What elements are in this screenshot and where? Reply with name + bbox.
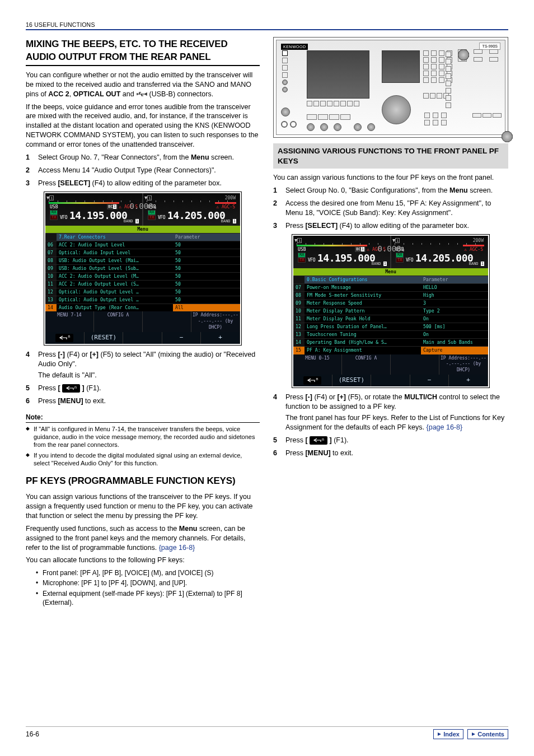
page-footer: 16-6 Index Contents [26,726,508,739]
brand-label: KENWOOD [281,44,308,50]
header-rule [26,29,508,30]
bullet-item: Front panel: [PF A], [PF B], [VOICE] (M)… [36,568,260,577]
step-number: 6 [273,449,285,458]
transceiver-figure: KENWOOD TS-990S [273,37,508,138]
running-header: 16 USEFUL FUNCTIONS [26,21,508,28]
steps-list-2: 4Press [-] (F4) or [+] (F5) to select "A… [26,350,260,405]
menu-back-icon: n [55,334,73,343]
steps-list-1: 1Select Group No. 7, "Rear Connectors", … [26,153,260,188]
play-icon [471,732,476,736]
menu-back-icon: n [62,384,80,393]
right-steps-1: 1Select Group No. 0, "Basic Configuratio… [273,186,508,231]
step-number: 4 [26,350,38,380]
page-link-16-8[interactable]: {page 16-8} [159,544,195,552]
note-item: If "All" is configured in Menu 7-14, the… [26,425,260,449]
main-screen [307,50,369,99]
pf-para-1: You can assign various functions of the … [26,492,260,521]
right-column: KENWOOD TS-990S [273,35,508,608]
step-body: Press [MENU] to exit. [285,449,508,458]
left-button-stack [282,50,288,94]
step-number: 3 [26,179,38,188]
menu-back-icon: n [310,436,327,445]
right-steps-2: 4Press [-] (F4) or [+] (F5), or rotate t… [273,393,508,458]
step-number: 2 [26,166,38,175]
intro-para-1: You can configure whether or not the aud… [26,71,260,99]
step-number: 6 [26,396,38,406]
pf-para-2: Frequently used functions, such as acces… [26,524,260,553]
step-body: Access Menu 14 "Audio Output Type (Rear … [38,166,260,175]
bullet-item: External equipment (self-made PF keys): … [36,589,260,607]
right-knob-cluster [458,49,502,62]
intro-para-2: If the beeps, voice guidance and error t… [26,102,260,150]
usb-connector-icon [136,91,147,97]
pf-bullet-list: Front panel: [PF A], [PF B], [VOICE] (M)… [36,568,260,607]
step-body: Press [-] (F4) or [+] (F5) to select "Al… [38,350,260,380]
left-column: MIXING THE BEEPS, ETC. TO THE RECEIVED A… [26,35,260,608]
main-tuning-knob [382,95,411,124]
step-body: Access the desired one from Menu 15, "PF… [285,199,508,218]
step-number: 5 [26,384,38,393]
step-body: Select Group No. 0, "Basic Configuration… [285,186,508,195]
step-body: Press [SELECT] (F4) to allow editing of … [38,179,260,188]
step-number: 1 [273,186,285,195]
step-number: 2 [273,199,285,218]
section-line1: MIXING THE BEEPS, ETC. TO THE RECEIVED [26,39,227,49]
headphone-jacks [281,121,297,128]
contents-button[interactable]: Contents [467,729,508,739]
menu-screenshot-basic-config: ▼1USBBC1⚠ AGC-SRXTXVFO14.195.000BAND 1▼1… [292,234,490,389]
page-link[interactable]: {page 16-8} [427,423,463,431]
softkey-row [307,101,359,106]
step-body: Press [ n ] (F1). [38,384,260,393]
menu-screenshot-rear-connectors: ▼1USBBC1⚠ AGC-SRXTXVFO14.195.000BAND 1▼1… [44,192,242,346]
bottom-btn-row1 [307,114,350,120]
note-item: If you intend to decode the digital modu… [26,451,260,468]
index-button[interactable]: Index [433,729,463,739]
page-number: 16-6 [26,730,39,738]
right-intro: You can assign various functions to the … [273,173,508,183]
step-body: Press [SELECT] (F4) to allow editing of … [285,221,508,231]
step-number: 1 [26,153,38,162]
step-body: Press [-] (F4) or [+] (F5), or rotate th… [285,393,508,432]
step-body: Select Group No. 7, "Rear Connectors", f… [38,153,260,162]
bullet-item: Microphone: [PF 1] to [PF 4], [DOWN], an… [36,578,260,587]
step-number: 3 [273,221,285,231]
note-list: If "All" is configured in Menu 7-14, the… [26,425,260,467]
vol-knob [281,108,290,116]
section-pf-keys: PF KEYS (PROGRAMMABLE FUNCTION KEYS) [26,475,260,488]
subsection-assigning-pf: ASSIGNING VARIOUS FUNCTIONS TO THE FRONT… [273,143,508,169]
play-icon [437,732,442,736]
pf-para-3: You can allocate functions to the follow… [26,556,260,565]
step-body: Press [MENU] to exit. [38,396,260,406]
section-line2: AUDIO OUTPUT FROM THE REAR PANEL [26,52,210,62]
note-heading: Note: [26,413,260,423]
step-number: 4 [273,393,285,432]
step-body: Press [ n ] (F1). [285,436,508,445]
sub-screen [382,50,420,83]
section-mixing-beeps: MIXING THE BEEPS, ETC. TO THE RECEIVED A… [26,38,260,66]
step-number: 5 [273,436,285,445]
menu-back-icon: n [303,376,321,385]
